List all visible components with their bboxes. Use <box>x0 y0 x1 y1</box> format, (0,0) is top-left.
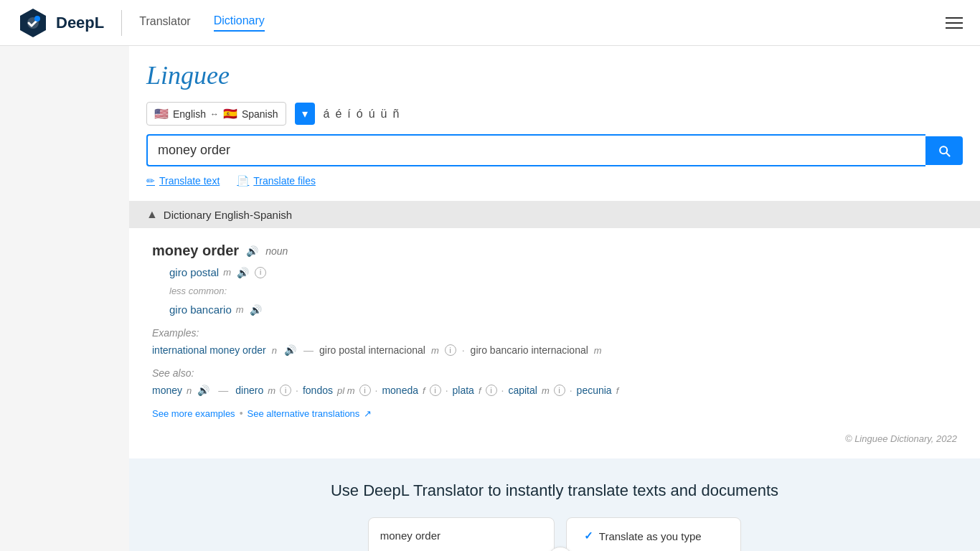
special-char-a-acute[interactable]: á <box>324 108 330 121</box>
search-input-row <box>146 134 963 166</box>
example-source: international money order <box>152 344 266 356</box>
translator-input-card: money order <box>368 517 555 551</box>
info-moneda[interactable]: i <box>430 385 441 396</box>
translation-giro-postal: giro postal <box>169 266 219 278</box>
language-dropdown-button[interactable]: ▾ <box>295 103 315 125</box>
audio-button-giro-bancario[interactable]: 🔊 <box>248 304 263 316</box>
dot-sep-1: · <box>462 344 465 356</box>
see-also-capital: capital <box>508 385 537 396</box>
deepl-logo-text: DeepL <box>56 14 104 32</box>
dictionary-toggle-icon[interactable]: ▲ <box>146 208 158 221</box>
main-translation-row: giro postal m 🔊 i <box>169 266 957 278</box>
hamburger-line-1 <box>946 17 963 19</box>
see-more-examples-link[interactable]: See more examples <box>152 408 235 419</box>
less-common-translation-row: giro bancario m 🔊 <box>169 303 957 316</box>
gender-m-bancario: m <box>236 304 244 315</box>
promo-cards: money order › ✓ Translate as you type ✓ … <box>146 517 963 551</box>
nav-translator[interactable]: Translator <box>139 15 190 31</box>
feature-translate-as-you-type: ✓ Translate as you type <box>584 529 723 542</box>
see-also-fondos: fondos <box>303 385 333 396</box>
see-also-section: See also: money n 🔊 — dinero m i · fondo… <box>152 367 957 396</box>
headword: money order <box>152 242 239 259</box>
nav-links: Translator Dictionary <box>139 14 265 32</box>
search-button[interactable] <box>925 136 963 165</box>
example-target-1-gender: m <box>431 345 439 356</box>
promo-section: Use DeepL Translator to instantly transl… <box>129 458 980 551</box>
header: DeepL Translator Dictionary <box>0 0 980 46</box>
example-arrow: — <box>303 344 314 356</box>
dot-2: · <box>296 385 298 396</box>
see-also-plata: plata <box>453 385 474 396</box>
translate-files-link[interactable]: 📄 Translate files <box>237 175 316 187</box>
info-dinero[interactable]: i <box>280 385 291 396</box>
dot-4: · <box>446 385 448 396</box>
dictionary-result: money order 🔊 noun giro postal m 🔊 i les… <box>129 228 980 458</box>
see-also-money: money <box>152 385 182 396</box>
dictionary-header: ▲ Dictionary English-Spanish <box>129 201 980 228</box>
translate-files-label: Translate files <box>253 175 316 187</box>
example-target-2-gender: m <box>594 345 602 356</box>
example-target-2: giro bancario internacional <box>471 344 588 356</box>
translator-input-text: money order <box>380 529 440 542</box>
dot-5: · <box>501 385 504 396</box>
info-capital[interactable]: i <box>554 385 565 396</box>
info-fondos[interactable]: i <box>359 385 371 396</box>
less-common-label: less common: <box>169 286 957 296</box>
capital-gender: m <box>542 385 550 396</box>
content-area: Linguee 🇺🇸 English ↔ 🇪🇸 Spanish ▾ á é í … <box>129 46 980 551</box>
dot-3: · <box>375 385 378 396</box>
translate-text-label: Translate text <box>159 175 220 187</box>
special-char-u-acute[interactable]: ú <box>369 108 375 121</box>
dictionary-title: Dictionary English-Spanish <box>164 209 292 221</box>
audio-button-example[interactable]: 🔊 <box>283 344 298 356</box>
pos-label: noun <box>265 245 288 257</box>
nav-divider <box>121 10 122 36</box>
language-selector[interactable]: 🇺🇸 English ↔ 🇪🇸 Spanish <box>146 102 286 126</box>
info-plata[interactable]: i <box>486 385 497 396</box>
fondos-gender: pl m <box>337 385 355 396</box>
plata-gender: f <box>479 385 481 396</box>
special-chars: á é í ó ú ü ñ <box>324 108 400 121</box>
search-icon <box>937 143 951 158</box>
logo-area: DeepL <box>17 7 104 39</box>
hamburger-menu[interactable] <box>946 17 963 29</box>
info-icon-giro-postal[interactable]: i <box>255 267 266 278</box>
translation-giro-bancario: giro bancario <box>169 303 232 316</box>
info-icon-example-1[interactable]: i <box>445 344 456 356</box>
lang-arrows: ↔ <box>210 109 219 119</box>
translate-text-link[interactable]: ✏ Translate text <box>146 175 220 187</box>
main-wrapper: Linguee 🇺🇸 English ↔ 🇪🇸 Spanish ▾ á é í … <box>0 46 980 551</box>
entry-word: money order 🔊 noun <box>152 242 957 259</box>
lang-selector-row: 🇺🇸 English ↔ 🇪🇸 Spanish ▾ á é í ó ú ü ñ <box>146 102 963 126</box>
special-char-u-umlaut[interactable]: ü <box>381 108 387 121</box>
special-char-o-acute[interactable]: ó <box>357 108 363 121</box>
translate-links: ✏ Translate text 📄 Translate files <box>146 175 963 187</box>
more-links: See more examples • See alternative tran… <box>152 408 957 419</box>
special-char-e-acute[interactable]: é <box>335 108 341 121</box>
audio-money[interactable]: 🔊 <box>196 385 211 396</box>
audio-button-giro-postal[interactable]: 🔊 <box>235 267 250 278</box>
nav-dictionary[interactable]: Dictionary <box>214 14 265 32</box>
dinero-gender: m <box>268 385 275 396</box>
pecunia-gender: f <box>616 385 619 396</box>
svg-point-2 <box>34 16 40 22</box>
hamburger-line-2 <box>946 22 963 24</box>
lang-from-label: English <box>173 108 206 120</box>
example-source-gender: n <box>272 345 277 356</box>
see-also-label: See also: <box>152 367 957 379</box>
sidebar <box>0 46 129 551</box>
lang-to-flag: 🇪🇸 <box>223 107 237 121</box>
feature-label-1: Translate as you type <box>599 530 702 542</box>
see-also-row: money n 🔊 — dinero m i · fondos pl m i ·… <box>152 385 957 396</box>
special-char-n-tilde[interactable]: ñ <box>393 108 400 121</box>
examples-label: Examples: <box>152 327 957 339</box>
promo-title: Use DeepL Translator to instantly transl… <box>146 481 963 500</box>
alt-translations-link[interactable]: See alternative translations <box>248 408 360 419</box>
money-gender: n <box>187 385 192 396</box>
audio-button-word[interactable]: 🔊 <box>245 245 260 257</box>
features-card: ✓ Translate as you type ✓ World-leading … <box>566 517 741 551</box>
special-char-i-acute[interactable]: í <box>347 108 350 121</box>
search-input[interactable] <box>146 134 925 166</box>
hamburger-line-3 <box>946 27 963 29</box>
see-also-dinero: dinero <box>235 385 263 396</box>
